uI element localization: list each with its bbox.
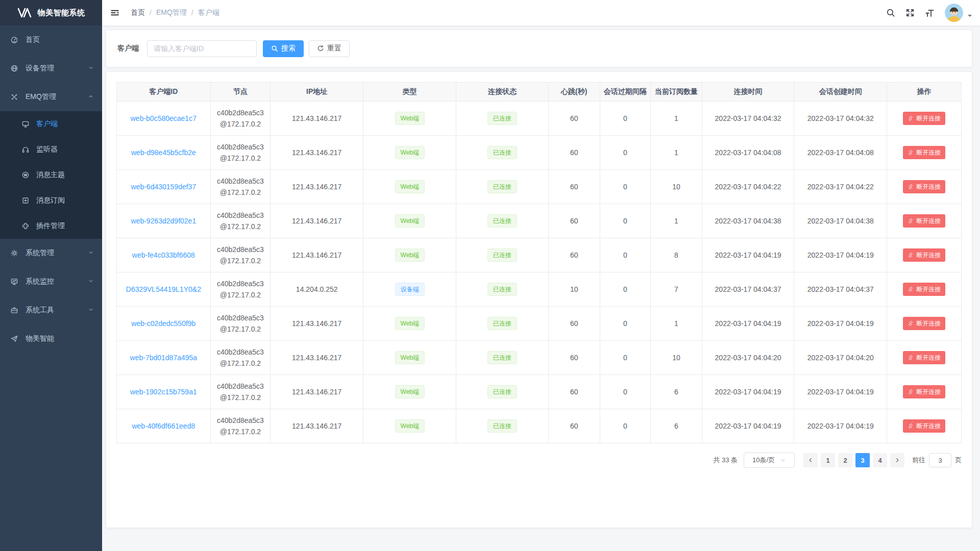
client-id-link[interactable]: web-1902c15b759a1 bbox=[130, 388, 197, 396]
disconnect-button[interactable]: 断开连接 bbox=[903, 385, 945, 398]
disconnect-button[interactable]: 断开连接 bbox=[903, 419, 945, 433]
type-cell: Web端 bbox=[363, 375, 456, 409]
user-avatar[interactable] bbox=[945, 4, 972, 22]
disconnect-button[interactable]: 断开连接 bbox=[903, 214, 945, 228]
status-cell: 已连接 bbox=[456, 341, 548, 375]
client-id-link[interactable]: D6329VL54419L1Y0&2 bbox=[126, 285, 201, 293]
client-id-cell: web-b0c580ecae1c7 bbox=[117, 102, 211, 136]
column-header: 类型 bbox=[363, 83, 456, 102]
menu-item-label: 插件管理 bbox=[36, 221, 65, 231]
sidebar-subitem-消息订阅[interactable]: 消息订阅 bbox=[0, 188, 102, 213]
page-button-2[interactable]: 2 bbox=[838, 453, 852, 467]
node-cell: c40b2d8ea5c3@172.17.0.2 bbox=[210, 204, 271, 238]
connected-time-cell: 2022-03-17 04:04:32 bbox=[702, 102, 794, 136]
menu-item-label: 消息订阅 bbox=[36, 196, 65, 205]
page-button-3[interactable]: 3 bbox=[855, 453, 870, 467]
disconnect-button[interactable]: 断开连接 bbox=[903, 180, 945, 193]
session-created-cell: 2022-03-17 04:04:19 bbox=[794, 307, 887, 341]
app-title: 物美智能系统 bbox=[38, 8, 85, 18]
link-slash-icon bbox=[908, 355, 914, 361]
logo-icon bbox=[17, 8, 33, 18]
sidebar-toggle-button[interactable] bbox=[102, 0, 128, 26]
ip-cell: 121.43.146.217 bbox=[271, 238, 363, 272]
connection-status-tag: 已连接 bbox=[487, 112, 517, 125]
table-row: web-9263d2d9f02e1c40b2d8ea5c3@172.17.0.2… bbox=[117, 204, 962, 238]
action-cell: 断开连接 bbox=[887, 136, 962, 170]
disconnect-button[interactable]: 断开连接 bbox=[903, 248, 945, 262]
client-table-card: 客户端ID节点IP地址类型连接状态心跳(秒)会话过期间隔当前订阅数量连接时间会话… bbox=[106, 71, 972, 528]
disconnect-button-label: 断开连接 bbox=[916, 251, 941, 260]
breadcrumb-item[interactable]: 首页 bbox=[131, 8, 145, 17]
client-id-link[interactable]: web-7bd01d87a495a bbox=[130, 354, 198, 362]
header-search-button[interactable] bbox=[881, 0, 900, 26]
connection-status-tag: 已连接 bbox=[487, 351, 517, 364]
sidebar-menu: 首页设备管理EMQ管理客户端监听器消息主题消息订阅插件管理系统管理系统监控系统工… bbox=[0, 26, 102, 353]
disconnect-button[interactable]: 断开连接 bbox=[903, 351, 945, 364]
sidebar-subitem-插件管理[interactable]: 插件管理 bbox=[0, 213, 102, 239]
chevron-down-icon bbox=[88, 65, 94, 71]
link-slash-icon bbox=[908, 115, 914, 121]
app-logo[interactable]: 物美智能系统 bbox=[0, 0, 102, 26]
client-id-link[interactable]: web-b0c580ecae1c7 bbox=[131, 114, 197, 122]
page-button-1[interactable]: 1 bbox=[821, 453, 835, 467]
caret-down-icon bbox=[968, 15, 972, 19]
dashboard-icon bbox=[10, 36, 18, 44]
heartbeat-cell: 60 bbox=[548, 341, 600, 375]
disconnect-button-label: 断开连接 bbox=[916, 114, 941, 123]
sidebar-item-物美智能[interactable]: 物美智能 bbox=[0, 324, 102, 353]
sidebar-subitem-监听器[interactable]: 监听器 bbox=[0, 137, 102, 162]
heartbeat-cell: 60 bbox=[548, 102, 600, 136]
session-created-cell: 2022-03-17 04:04:32 bbox=[794, 102, 887, 136]
sidebar-item-系统工具[interactable]: 系统工具 bbox=[0, 296, 102, 324]
goto-page-input[interactable] bbox=[929, 453, 951, 467]
sidebar-item-EMQ管理[interactable]: EMQ管理 bbox=[0, 83, 102, 111]
sidebar-item-设备管理[interactable]: 设备管理 bbox=[0, 54, 102, 83]
client-id-link[interactable]: web-d98e45b5cfb2e bbox=[131, 148, 196, 157]
table-row: web-fe4c033bf6608c40b2d8ea5c3@172.17.0.2… bbox=[117, 238, 962, 272]
table-body: web-b0c580ecae1c7c40b2d8ea5c3@172.17.0.2… bbox=[117, 102, 962, 443]
reset-button[interactable]: 重置 bbox=[309, 40, 350, 57]
disconnect-button[interactable]: 断开连接 bbox=[903, 146, 945, 159]
client-id-link[interactable]: web-fe4c033bf6608 bbox=[132, 251, 195, 259]
sidebar-item-系统管理[interactable]: 系统管理 bbox=[0, 239, 102, 267]
client-id-link[interactable]: web-c02dedc550f9b bbox=[131, 319, 195, 328]
connected-time-cell: 2022-03-17 04:04:37 bbox=[702, 272, 794, 307]
navbar-right bbox=[881, 0, 980, 26]
ip-cell: 121.43.146.217 bbox=[271, 341, 363, 375]
sidebar-item-系统监控[interactable]: 系统监控 bbox=[0, 267, 102, 296]
column-header: 连接时间 bbox=[702, 83, 794, 102]
client-id-link[interactable]: web-9263d2d9f02e1 bbox=[131, 217, 197, 225]
font-size-button[interactable] bbox=[920, 0, 940, 26]
goto-unit: 页 bbox=[955, 456, 962, 465]
column-header: IP地址 bbox=[271, 83, 363, 102]
ip-cell: 121.43.146.217 bbox=[271, 136, 363, 170]
client-id-link[interactable]: web-40f6df661eed8 bbox=[132, 422, 195, 430]
action-cell: 断开连接 bbox=[887, 307, 962, 341]
connection-status-tag: 已连接 bbox=[487, 146, 517, 159]
sidebar-subitem-客户端[interactable]: 客户端 bbox=[0, 111, 102, 137]
session-expiry-cell: 0 bbox=[600, 272, 650, 307]
disconnect-button-label: 断开连接 bbox=[916, 422, 941, 431]
chevron-up-icon bbox=[88, 93, 94, 99]
search-button[interactable]: 搜索 bbox=[263, 40, 304, 57]
status-cell: 已连接 bbox=[456, 102, 548, 136]
page-size-select[interactable]: 10条/页 bbox=[744, 453, 795, 468]
subscriptions-cell: 7 bbox=[650, 272, 702, 307]
client-type-tag: Web端 bbox=[395, 351, 425, 364]
prev-page-button[interactable] bbox=[803, 453, 818, 467]
disconnect-button[interactable]: 断开连接 bbox=[903, 317, 945, 330]
client-id-input[interactable] bbox=[147, 40, 257, 57]
refresh-icon bbox=[317, 45, 324, 52]
disconnect-button[interactable]: 断开连接 bbox=[903, 283, 945, 296]
connected-time-cell: 2022-03-17 04:04:22 bbox=[702, 170, 794, 204]
sidebar-subitem-消息主题[interactable]: 消息主题 bbox=[0, 162, 102, 188]
sidebar-item-首页[interactable]: 首页 bbox=[0, 26, 102, 54]
client-id-link[interactable]: web-6d430159def37 bbox=[131, 183, 197, 191]
disconnect-button[interactable]: 断开连接 bbox=[903, 112, 945, 125]
node-cell: c40b2d8ea5c3@172.17.0.2 bbox=[210, 238, 271, 272]
next-page-button[interactable] bbox=[890, 453, 904, 467]
gear-icon bbox=[10, 249, 18, 257]
fullscreen-button[interactable] bbox=[900, 0, 920, 26]
page-button-4[interactable]: 4 bbox=[873, 453, 887, 467]
breadcrumb-separator: / bbox=[191, 9, 193, 17]
